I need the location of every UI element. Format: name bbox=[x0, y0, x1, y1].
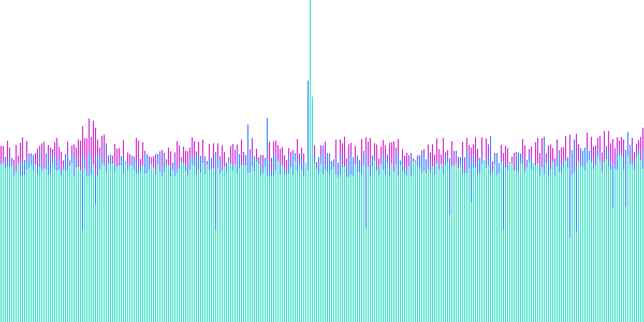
bar bbox=[318, 174, 319, 322]
bar bbox=[136, 173, 137, 322]
bar bbox=[428, 169, 429, 322]
bar bbox=[108, 163, 109, 323]
bar bbox=[436, 163, 437, 322]
bar bbox=[155, 175, 156, 322]
bar bbox=[385, 174, 386, 322]
bar bbox=[494, 164, 495, 322]
bar bbox=[310, 0, 311, 322]
bar bbox=[458, 168, 459, 322]
bar bbox=[301, 170, 302, 322]
bar bbox=[241, 165, 242, 322]
bar bbox=[86, 177, 87, 322]
bar bbox=[522, 164, 523, 322]
bar bbox=[80, 170, 81, 322]
bar bbox=[275, 170, 276, 322]
bar bbox=[587, 162, 588, 322]
bar bbox=[331, 170, 332, 322]
bar bbox=[271, 176, 272, 322]
bar bbox=[593, 169, 594, 322]
bar bbox=[290, 167, 291, 322]
bar bbox=[460, 165, 461, 322]
bar bbox=[106, 172, 107, 322]
bar bbox=[230, 164, 231, 322]
bar bbox=[438, 170, 440, 322]
bar bbox=[363, 165, 364, 322]
bar bbox=[552, 162, 553, 322]
bar bbox=[46, 169, 47, 322]
bar bbox=[548, 177, 549, 322]
bar bbox=[166, 165, 167, 322]
bar bbox=[177, 173, 178, 322]
bar bbox=[434, 175, 435, 322]
bar bbox=[65, 171, 66, 322]
bar bbox=[376, 171, 377, 322]
bar bbox=[355, 164, 356, 322]
bar bbox=[396, 165, 397, 322]
bar bbox=[576, 231, 577, 322]
bar bbox=[295, 161, 296, 322]
bar bbox=[488, 165, 489, 322]
bar bbox=[580, 166, 581, 322]
bar bbox=[516, 170, 517, 322]
bar bbox=[213, 168, 214, 322]
bar bbox=[181, 162, 182, 322]
bar bbox=[237, 173, 238, 322]
bar bbox=[565, 161, 566, 322]
bar bbox=[121, 165, 122, 322]
bar bbox=[529, 162, 530, 322]
bar bbox=[147, 173, 148, 322]
bar bbox=[99, 170, 100, 322]
bar bbox=[398, 175, 399, 322]
bar bbox=[372, 166, 373, 322]
bar bbox=[95, 204, 96, 322]
bar bbox=[56, 171, 57, 322]
bar bbox=[13, 175, 14, 322]
bar bbox=[441, 164, 442, 322]
bar bbox=[417, 166, 418, 322]
bar bbox=[481, 164, 482, 322]
bar bbox=[589, 160, 590, 322]
bar bbox=[640, 160, 641, 322]
bar bbox=[305, 163, 306, 322]
bar bbox=[492, 172, 493, 322]
bar bbox=[329, 174, 330, 322]
bar bbox=[501, 163, 502, 322]
bar bbox=[252, 166, 253, 322]
bar bbox=[507, 170, 508, 322]
bar bbox=[123, 173, 124, 322]
bar bbox=[546, 163, 547, 322]
bar bbox=[464, 174, 465, 322]
bar bbox=[333, 167, 334, 322]
bar bbox=[48, 174, 49, 322]
bar bbox=[33, 170, 34, 322]
bar bbox=[37, 173, 38, 322]
bar bbox=[20, 175, 21, 322]
bar bbox=[131, 165, 133, 322]
bar bbox=[196, 174, 197, 322]
bar bbox=[101, 164, 103, 322]
bar bbox=[630, 164, 631, 322]
bar bbox=[531, 169, 532, 322]
bar bbox=[97, 175, 98, 322]
bar bbox=[245, 166, 246, 322]
bar bbox=[526, 167, 528, 322]
bar bbox=[110, 164, 111, 322]
bar bbox=[368, 167, 369, 322]
bar bbox=[402, 171, 403, 322]
bar bbox=[453, 166, 455, 322]
bar bbox=[71, 163, 72, 322]
bar bbox=[340, 175, 341, 322]
bar bbox=[634, 170, 635, 322]
bar bbox=[348, 177, 349, 322]
bar bbox=[535, 165, 536, 322]
bar bbox=[58, 170, 60, 322]
bar bbox=[484, 162, 485, 322]
bar bbox=[342, 167, 343, 322]
bar bbox=[232, 171, 233, 322]
bar bbox=[606, 159, 607, 322]
bar bbox=[619, 155, 620, 322]
bar bbox=[335, 174, 336, 322]
bar bbox=[486, 168, 487, 322]
bar bbox=[170, 177, 171, 322]
bar bbox=[239, 168, 240, 322]
